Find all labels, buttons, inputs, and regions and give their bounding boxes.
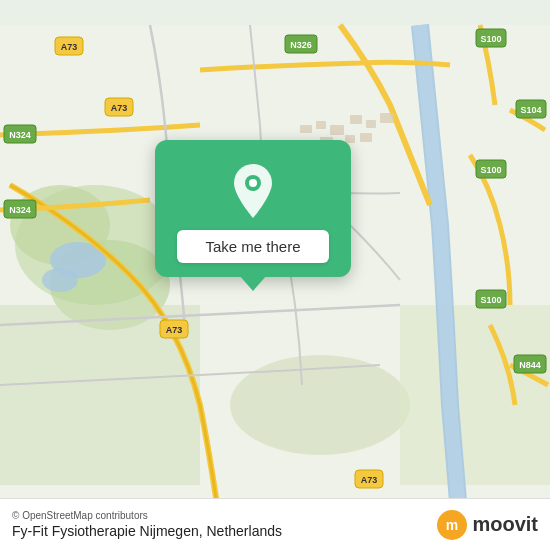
svg-text:A73: A73 [166, 325, 183, 335]
svg-text:N324: N324 [9, 130, 31, 140]
svg-rect-36 [350, 115, 362, 124]
location-pin-icon [229, 162, 277, 220]
location-name: Fy-Fit Fysiotherapie Nijmegen, Netherlan… [12, 523, 282, 539]
svg-rect-37 [366, 120, 376, 128]
svg-point-44 [249, 179, 257, 187]
svg-text:S100: S100 [480, 295, 501, 305]
svg-text:S104: S104 [520, 105, 541, 115]
svg-point-8 [42, 268, 78, 292]
svg-text:m: m [446, 517, 458, 533]
svg-rect-42 [360, 133, 372, 142]
svg-rect-34 [316, 121, 326, 129]
svg-text:N844: N844 [519, 360, 541, 370]
moovit-logo-text: moovit [472, 513, 538, 536]
svg-text:A73: A73 [61, 42, 78, 52]
take-me-there-button[interactable]: Take me there [177, 230, 328, 263]
svg-text:S100: S100 [480, 34, 501, 44]
info-bar: © OpenStreetMap contributors Fy-Fit Fysi… [0, 498, 550, 550]
popup-card: Take me there [155, 140, 351, 277]
popup-icon-area [229, 140, 277, 230]
svg-rect-35 [330, 125, 344, 135]
svg-text:N326: N326 [290, 40, 312, 50]
info-bar-left: © OpenStreetMap contributors Fy-Fit Fysi… [12, 510, 282, 539]
svg-rect-6 [400, 305, 550, 485]
svg-text:N324: N324 [9, 205, 31, 215]
svg-text:A73: A73 [361, 475, 378, 485]
svg-rect-33 [300, 125, 312, 133]
svg-point-5 [230, 355, 410, 455]
copyright-text: © OpenStreetMap contributors [12, 510, 282, 521]
svg-text:S100: S100 [480, 165, 501, 175]
svg-text:A73: A73 [111, 103, 128, 113]
svg-rect-38 [380, 113, 394, 123]
moovit-logo-icon: m [436, 509, 468, 541]
map-container: A73 A73 A73 A73 N326 N324 N324 S100 S100… [0, 0, 550, 550]
moovit-logo: m moovit [436, 509, 538, 541]
